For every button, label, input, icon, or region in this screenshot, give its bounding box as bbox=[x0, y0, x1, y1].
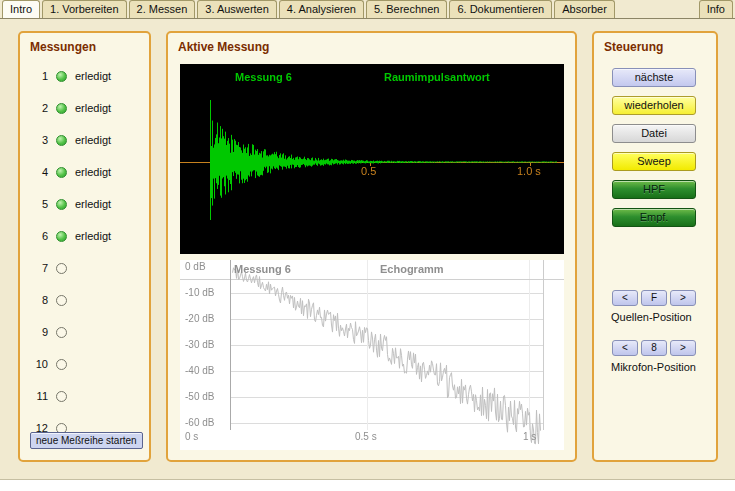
measurement-row: 2 erledigt bbox=[30, 92, 145, 124]
next-button[interactable]: nächste bbox=[612, 68, 696, 87]
measurement-number: 5 bbox=[30, 198, 48, 210]
active-panel-title: Aktive Messung bbox=[178, 40, 269, 54]
echogram-y-tick-0db: 0 dB bbox=[185, 261, 206, 273]
measurement-number: 3 bbox=[30, 134, 48, 146]
impulse-x-tick-0-5: 0.5 bbox=[361, 165, 376, 177]
impulse-chart-title: Messung 6 bbox=[235, 71, 292, 83]
repeat-button[interactable]: wiederholen bbox=[612, 96, 696, 115]
mic-position-control: < 8 > bbox=[612, 340, 696, 356]
measurement-number: 10 bbox=[30, 358, 48, 370]
measurements-panel: Messungen 1 erledigt 2 erledigt 3 erledi… bbox=[18, 31, 151, 462]
measurement-row: 10 bbox=[30, 348, 145, 380]
measurement-radio[interactable] bbox=[56, 263, 67, 274]
tab-dokumentieren[interactable]: 6. Dokumentieren bbox=[449, 0, 552, 18]
measurement-status: erledigt bbox=[75, 198, 111, 210]
measurement-row: 1 erledigt bbox=[30, 60, 145, 92]
measurement-radio[interactable] bbox=[56, 359, 67, 370]
mic-next-button[interactable]: > bbox=[670, 340, 696, 356]
source-position-label: Quellen-Position bbox=[611, 311, 692, 323]
tab-vorbereiten[interactable]: 1. Vorbereiten bbox=[42, 0, 127, 18]
echogram-y-tick-40db: -40 dB bbox=[185, 365, 214, 377]
measurement-number: 2 bbox=[30, 102, 48, 114]
echogram-y-tick-60db: -60 dB bbox=[185, 417, 214, 429]
tab-intro[interactable]: Intro bbox=[2, 0, 40, 18]
measurement-row: 11 bbox=[30, 380, 145, 412]
source-position-control: < F > bbox=[612, 290, 696, 306]
file-button[interactable]: Datei bbox=[612, 124, 696, 143]
echogram-canvas bbox=[180, 260, 564, 450]
source-value-button[interactable]: F bbox=[641, 290, 667, 306]
impulse-response-canvas bbox=[180, 64, 564, 254]
source-prev-button[interactable]: < bbox=[612, 290, 638, 306]
echogram-y-tick-30db: -30 dB bbox=[185, 339, 214, 351]
measurement-row: 7 bbox=[30, 252, 145, 284]
tab-absorber[interactable]: Absorber bbox=[554, 0, 615, 18]
source-next-button[interactable]: > bbox=[670, 290, 696, 306]
measurement-radio[interactable] bbox=[56, 231, 67, 242]
measurement-row: 6 erledigt bbox=[30, 220, 145, 252]
hpf-button[interactable]: HPF bbox=[612, 180, 696, 199]
measurement-status: erledigt bbox=[75, 230, 111, 242]
mic-prev-button[interactable]: < bbox=[612, 340, 638, 356]
empf-button[interactable]: Empf. bbox=[612, 208, 696, 227]
measurement-radio[interactable] bbox=[56, 391, 67, 402]
control-panel-title: Steuerung bbox=[604, 40, 663, 54]
impulse-x-tick-1-0: 1.0 s bbox=[517, 165, 541, 177]
measurements-panel-title: Messungen bbox=[30, 40, 96, 54]
measurement-number: 9 bbox=[30, 326, 48, 338]
measurement-row: 4 erledigt bbox=[30, 156, 145, 188]
measurement-number: 1 bbox=[30, 70, 48, 82]
active-measurement-panel: Aktive Messung Messung 6 Raumimpulsantwo… bbox=[166, 31, 577, 462]
measurement-status: erledigt bbox=[75, 70, 111, 82]
measurement-list: 1 erledigt 2 erledigt 3 erledigt 4 erled… bbox=[30, 60, 145, 444]
new-series-button[interactable]: neue Meßreihe starten bbox=[30, 432, 143, 449]
measurement-row: 5 erledigt bbox=[30, 188, 145, 220]
measurement-number: 11 bbox=[30, 390, 48, 402]
measurement-radio[interactable] bbox=[56, 103, 67, 114]
measurement-row: 9 bbox=[30, 316, 145, 348]
app-window: Intro 1. Vorbereiten 2. Messen 3. Auswer… bbox=[0, 0, 735, 480]
impulse-chart-subtitle: Raumimpulsantwort bbox=[384, 71, 490, 83]
echogram-chart-title: Messung 6 bbox=[234, 263, 291, 275]
tab-info[interactable]: Info bbox=[699, 0, 733, 18]
measurement-radio[interactable] bbox=[56, 135, 67, 146]
measurement-status: erledigt bbox=[75, 166, 111, 178]
echogram-chart: Messung 6 Echogramm 0 dB -10 dB -20 dB -… bbox=[180, 260, 564, 450]
tab-analysieren[interactable]: 4. Analysieren bbox=[279, 0, 364, 18]
tab-bar: Intro 1. Vorbereiten 2. Messen 3. Auswer… bbox=[0, 0, 735, 19]
echogram-chart-subtitle: Echogramm bbox=[380, 263, 444, 275]
echogram-x-tick-1s: 1 s bbox=[523, 431, 536, 442]
tab-auswerten[interactable]: 3. Auswerten bbox=[197, 0, 277, 18]
measurement-status: erledigt bbox=[75, 102, 111, 114]
impulse-response-chart: Messung 6 Raumimpulsantwort 0.5 1.0 s bbox=[180, 64, 564, 254]
tab-messen[interactable]: 2. Messen bbox=[129, 0, 196, 18]
measurement-radio[interactable] bbox=[56, 71, 67, 82]
measurement-radio[interactable] bbox=[56, 327, 67, 338]
measurement-number: 7 bbox=[30, 262, 48, 274]
measurement-radio[interactable] bbox=[56, 199, 67, 210]
measurement-number: 8 bbox=[30, 294, 48, 306]
echogram-y-tick-20db: -20 dB bbox=[185, 313, 214, 325]
echogram-y-tick-10db: -10 dB bbox=[185, 287, 214, 299]
mic-position-label: Mikrofon-Position bbox=[611, 361, 696, 373]
measurement-number: 6 bbox=[30, 230, 48, 242]
echogram-y-tick-50db: -50 dB bbox=[185, 391, 214, 403]
echogram-x-tick-0s: 0 s bbox=[185, 431, 198, 442]
measurement-row: 8 bbox=[30, 284, 145, 316]
sweep-button[interactable]: Sweep bbox=[612, 152, 696, 171]
measurement-radio[interactable] bbox=[56, 167, 67, 178]
measurement-status: erledigt bbox=[75, 134, 111, 146]
control-panel: Steuerung nächste wiederholen Datei Swee… bbox=[592, 31, 718, 462]
tab-berechnen[interactable]: 5. Berechnen bbox=[366, 0, 447, 18]
mic-value-button[interactable]: 8 bbox=[641, 340, 667, 356]
measurement-radio[interactable] bbox=[56, 295, 67, 306]
measurement-number: 4 bbox=[30, 166, 48, 178]
echogram-x-tick-05s: 0.5 s bbox=[355, 431, 377, 442]
measurement-row: 3 erledigt bbox=[30, 124, 145, 156]
